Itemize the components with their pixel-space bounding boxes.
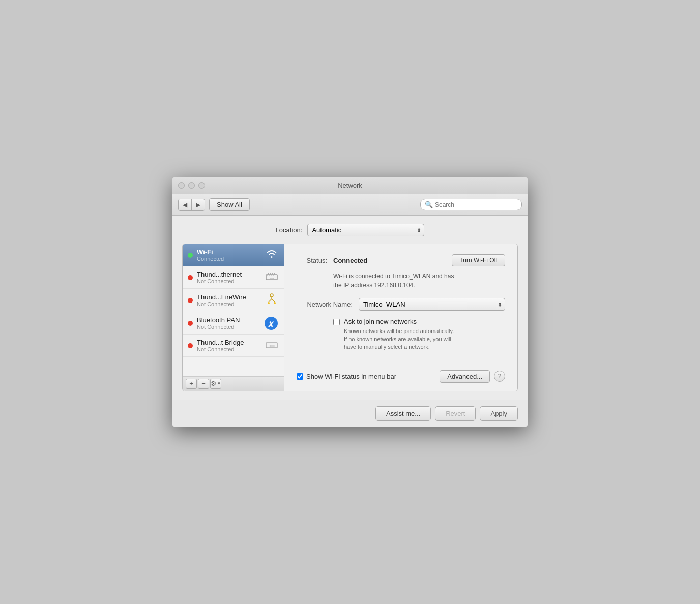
bluetooth-circle: 𝟀 bbox=[265, 317, 278, 330]
network-name-select-wrapper: Timico_WLAN Join Other Network... Create… bbox=[359, 298, 505, 311]
detail-panel: Status: Connected Turn Wi-Fi Off Wi-Fi i… bbox=[284, 244, 517, 390]
status-label: Status: bbox=[297, 257, 327, 264]
bridge-info: Thund...t Bridge Not Connected bbox=[197, 339, 260, 352]
turn-wifi-button[interactable]: Turn Wi-Fi Off bbox=[452, 254, 505, 266]
assist-me-button[interactable]: Assist me... bbox=[375, 406, 431, 421]
wifi-icon bbox=[265, 249, 279, 261]
firewire-icon bbox=[265, 293, 279, 308]
bluetooth-status-dot bbox=[188, 321, 193, 326]
svg-point-15 bbox=[274, 302, 276, 304]
gear-menu-button[interactable]: ⚙ ▼ bbox=[210, 379, 221, 389]
bluetooth-name: Bluetooth PAN bbox=[197, 316, 260, 324]
sidebar-toolbar: + − ⚙ ▼ bbox=[183, 376, 284, 391]
firewire-status: Not Connected bbox=[197, 301, 260, 307]
add-network-button[interactable]: + bbox=[186, 379, 197, 389]
network-list: Wi-Fi Connected bbox=[183, 244, 284, 376]
titlebar: Network bbox=[172, 177, 528, 194]
forward-button[interactable]: ▶ bbox=[192, 199, 205, 210]
network-preferences-window: Network ◀ ▶ Show All 🔍 Location: Automat… bbox=[172, 177, 528, 427]
gear-icon: ⚙ bbox=[211, 380, 217, 387]
network-item-firewire[interactable]: Thund...FireWire Not Connected bbox=[183, 289, 284, 312]
ask-join-row: Ask to join new networks Known networks … bbox=[333, 318, 505, 351]
network-item-bridge[interactable]: Thund...t Bridge Not Connected ⟺ bbox=[183, 335, 284, 357]
window-title: Network bbox=[338, 182, 362, 189]
network-name-select[interactable]: Timico_WLAN Join Other Network... Create… bbox=[359, 298, 505, 311]
status-description: Wi-Fi is connected to Timico_WLAN and ha… bbox=[333, 271, 505, 290]
ask-join-label[interactable]: Ask to join new networks bbox=[344, 318, 454, 325]
location-row: Location: Automatic Edit Locations... bbox=[182, 224, 518, 236]
bluetooth-info: Bluetooth PAN Not Connected bbox=[197, 316, 260, 330]
bluetooth-status: Not Connected bbox=[197, 324, 260, 330]
bridge-name: Thund...t Bridge bbox=[197, 339, 260, 346]
detail-bottom: Show Wi-Fi status in menu bar Advanced..… bbox=[297, 364, 505, 383]
wifi-name: Wi-Fi bbox=[197, 248, 260, 256]
ethernet-info: Thund...thernet Not Connected bbox=[197, 270, 260, 284]
ask-join-checkbox[interactable] bbox=[333, 319, 340, 325]
ethernet-status-dot bbox=[188, 275, 193, 280]
location-select[interactable]: Automatic Edit Locations... bbox=[307, 224, 424, 236]
nav-buttons: ◀ ▶ bbox=[178, 199, 205, 211]
apply-button[interactable]: Apply bbox=[480, 406, 518, 421]
search-input[interactable] bbox=[435, 201, 517, 208]
svg-rect-2 bbox=[270, 273, 271, 275]
ethernet-status: Not Connected bbox=[197, 278, 260, 284]
gear-dropdown-arrow: ▼ bbox=[217, 381, 221, 386]
svg-rect-3 bbox=[272, 273, 273, 275]
show-all-button[interactable]: Show All bbox=[209, 198, 250, 211]
network-name-row: Network Name: Timico_WLAN Join Other Net… bbox=[297, 298, 505, 311]
ethernet-name: Thund...thernet bbox=[197, 270, 260, 278]
wifi-status-dot bbox=[188, 253, 193, 258]
network-name-label: Network Name: bbox=[297, 300, 353, 308]
advanced-button[interactable]: Advanced... bbox=[440, 370, 490, 383]
bridge-status-dot bbox=[188, 343, 193, 348]
location-select-wrapper: Automatic Edit Locations... bbox=[307, 224, 424, 236]
help-button[interactable]: ? bbox=[494, 371, 505, 382]
ethernet-icon: ⟺ bbox=[265, 271, 279, 284]
status-row: Status: Connected Turn Wi-Fi Off bbox=[297, 254, 505, 266]
wifi-info: Wi-Fi Connected bbox=[197, 248, 260, 262]
wifi-status: Connected bbox=[197, 256, 260, 262]
firewire-name: Thund...FireWire bbox=[197, 293, 260, 301]
toolbar: ◀ ▶ Show All 🔍 bbox=[172, 194, 528, 216]
bluetooth-icon: 𝟀 bbox=[265, 317, 279, 330]
svg-line-13 bbox=[272, 299, 275, 302]
svg-rect-1 bbox=[268, 273, 269, 275]
revert-button[interactable]: Revert bbox=[435, 406, 476, 421]
show-menubar-label[interactable]: Show Wi-Fi status in menu bar bbox=[306, 373, 396, 380]
ask-join-description: Known networks will be joined automatica… bbox=[344, 327, 454, 351]
show-menubar-row: Show Wi-Fi status in menu bar bbox=[297, 373, 396, 380]
svg-line-12 bbox=[269, 299, 272, 302]
bridge-icon: ⟺ bbox=[265, 340, 279, 352]
remove-network-button[interactable]: − bbox=[198, 379, 209, 389]
search-box: 🔍 bbox=[420, 199, 522, 210]
back-button[interactable]: ◀ bbox=[179, 199, 192, 210]
network-item-wifi[interactable]: Wi-Fi Connected bbox=[183, 244, 284, 266]
status-value: Connected bbox=[333, 257, 367, 264]
maximize-button[interactable] bbox=[198, 182, 205, 189]
ask-join-info: Ask to join new networks Known networks … bbox=[344, 318, 454, 351]
content-area: Location: Automatic Edit Locations... Wi… bbox=[172, 216, 528, 399]
location-label: Location: bbox=[276, 226, 303, 234]
bluetooth-symbol: 𝟀 bbox=[269, 319, 273, 327]
main-panel: Wi-Fi Connected bbox=[182, 244, 518, 391]
sidebar: Wi-Fi Connected bbox=[183, 244, 284, 390]
firewire-info: Thund...FireWire Not Connected bbox=[197, 293, 260, 307]
network-item-ethernet[interactable]: Thund...thernet Not Connected bbox=[183, 266, 284, 289]
traffic-lights bbox=[178, 182, 205, 189]
network-item-bluetooth[interactable]: Bluetooth PAN Not Connected 𝟀 bbox=[183, 312, 284, 335]
detail-content: Status: Connected Turn Wi-Fi Off Wi-Fi i… bbox=[297, 254, 505, 355]
detail-bottom-buttons: Advanced... ? bbox=[440, 370, 505, 383]
svg-point-10 bbox=[270, 294, 273, 297]
show-menubar-checkbox[interactable] bbox=[297, 373, 303, 380]
svg-point-14 bbox=[268, 302, 270, 304]
svg-text:⟺: ⟺ bbox=[269, 344, 275, 348]
svg-rect-4 bbox=[274, 273, 275, 275]
firewire-status-dot bbox=[188, 298, 193, 303]
bridge-status: Not Connected bbox=[197, 346, 260, 352]
window-bottom-bar: Assist me... Revert Apply bbox=[172, 400, 528, 427]
minimize-button[interactable] bbox=[188, 182, 195, 189]
search-icon: 🔍 bbox=[425, 201, 433, 208]
close-button[interactable] bbox=[178, 182, 185, 189]
svg-text:⟺: ⟺ bbox=[270, 277, 274, 280]
